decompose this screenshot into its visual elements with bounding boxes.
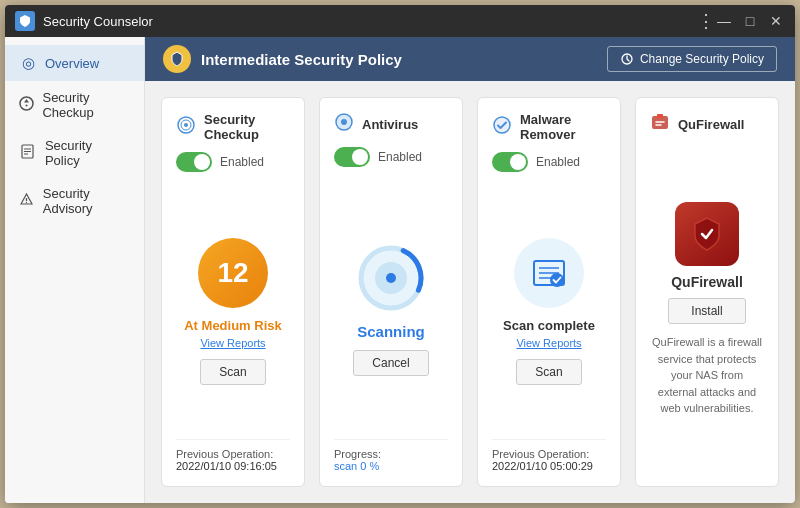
maximize-button[interactable]: □	[741, 13, 759, 29]
change-policy-label: Change Security Policy	[640, 52, 764, 66]
minimize-button[interactable]: —	[715, 13, 733, 29]
antivirus-cancel-button[interactable]: Cancel	[353, 350, 428, 376]
qufirewall-description: QuFirewall is a firewall service that pr…	[650, 334, 764, 417]
change-policy-button[interactable]: Change Security Policy	[607, 46, 777, 72]
qufirewall-card-icon	[650, 112, 670, 137]
antivirus-footer-value: scan 0 %	[334, 460, 379, 472]
malware-remover-scan-button[interactable]: Scan	[516, 359, 581, 385]
malware-remover-center: Scan complete View Reports Scan	[492, 184, 606, 439]
malware-remover-card: Malware Remover Enabled	[477, 97, 621, 487]
svg-point-18	[386, 273, 396, 283]
security-checkup-title: Security Checkup	[204, 112, 290, 142]
policy-icon	[163, 45, 191, 73]
security-advisory-icon	[19, 192, 35, 210]
titlebar-title: Security Counselor	[43, 14, 697, 29]
qufirewall-logo	[675, 202, 739, 266]
security-checkup-view-reports[interactable]: View Reports	[200, 337, 265, 349]
cards-area: Security Checkup Enabled 12 At Medium Ri…	[145, 81, 795, 503]
antivirus-footer-label: Progress:	[334, 448, 381, 460]
qufirewall-center: QuFirewall Install QuFirewall is a firew…	[650, 147, 764, 472]
sidebar: ◎ Overview Security Checkup	[5, 37, 145, 503]
window-controls: — □ ✕	[715, 13, 785, 29]
svg-point-24	[550, 273, 564, 287]
sidebar-item-overview-label: Overview	[45, 56, 99, 71]
malware-remover-toggle-row: Enabled	[492, 152, 606, 172]
malware-remover-view-reports[interactable]: View Reports	[516, 337, 581, 349]
qufirewall-header: QuFirewall	[650, 112, 764, 137]
security-checkup-enabled-label: Enabled	[220, 155, 264, 169]
policy-bar: Intermediate Security Policy Change Secu…	[145, 37, 795, 81]
sidebar-item-security-policy-label: Security Policy	[45, 138, 130, 168]
close-button[interactable]: ✕	[767, 13, 785, 29]
malware-remover-card-icon	[492, 115, 512, 140]
sidebar-item-security-advisory-label: Security Advisory	[43, 186, 130, 216]
scan-complete-label: Scan complete	[503, 318, 595, 333]
svg-point-19	[494, 117, 510, 133]
malware-remover-header: Malware Remover	[492, 112, 606, 142]
svg-point-14	[341, 119, 347, 125]
qufirewall-title: QuFirewall	[678, 117, 744, 132]
risk-circle: 12	[198, 238, 268, 308]
risk-number: 12	[217, 257, 248, 289]
antivirus-enabled-label: Enabled	[378, 150, 422, 164]
malware-remover-footer-value: 2022/01/10 05:00:29	[492, 460, 593, 472]
security-checkup-footer: Previous Operation: 2022/01/10 09:16:05	[176, 439, 290, 472]
malware-remover-toggle[interactable]	[492, 152, 528, 172]
svg-point-0	[20, 97, 33, 110]
sidebar-item-security-checkup[interactable]: Security Checkup	[5, 81, 144, 129]
main-window: Security Counselor ⋮ — □ ✕ ◎ Overview	[5, 5, 795, 503]
qufirewall-app-name: QuFirewall	[671, 274, 743, 290]
sidebar-item-security-policy[interactable]: Security Policy	[5, 129, 144, 177]
antivirus-footer: Progress: scan 0 %	[334, 439, 448, 472]
titlebar: Security Counselor ⋮ — □ ✕	[5, 5, 795, 37]
antivirus-card: Antivirus Enabled	[319, 97, 463, 487]
titlebar-menu-icon[interactable]: ⋮	[697, 10, 715, 32]
qufirewall-install-button[interactable]: Install	[668, 298, 745, 324]
malware-remover-footer-label: Previous Operation:	[492, 448, 589, 460]
sidebar-item-security-advisory[interactable]: Security Advisory	[5, 177, 144, 225]
security-checkup-card: Security Checkup Enabled 12 At Medium Ri…	[161, 97, 305, 487]
policy-title: Intermediate Security Policy	[201, 51, 607, 68]
security-checkup-card-icon	[176, 115, 196, 140]
sidebar-item-overview[interactable]: ◎ Overview	[5, 45, 144, 81]
main-content: Intermediate Security Policy Change Secu…	[145, 37, 795, 503]
scan-complete-circle	[514, 238, 584, 308]
antivirus-center: Scanning Cancel	[334, 179, 448, 439]
security-checkup-toggle[interactable]	[176, 152, 212, 172]
antivirus-toggle[interactable]	[334, 147, 370, 167]
malware-remover-footer: Previous Operation: 2022/01/10 05:00:29	[492, 439, 606, 472]
svg-point-11	[184, 123, 188, 127]
malware-remover-title: Malware Remover	[520, 112, 606, 142]
antivirus-toggle-row: Enabled	[334, 147, 448, 167]
security-checkup-center: 12 At Medium Risk View Reports Scan	[176, 184, 290, 439]
antivirus-title: Antivirus	[362, 117, 418, 132]
qufirewall-card: QuFirewall QuFirewall Install QuFir	[635, 97, 779, 487]
security-checkup-footer-label: Previous Operation:	[176, 448, 273, 460]
svg-point-1	[26, 105, 28, 107]
overview-icon: ◎	[19, 54, 37, 72]
security-checkup-icon	[19, 96, 34, 114]
svg-point-7	[26, 202, 27, 203]
risk-label: At Medium Risk	[184, 318, 282, 333]
malware-remover-enabled-label: Enabled	[536, 155, 580, 169]
antivirus-scan-animation	[356, 243, 426, 313]
security-policy-icon	[19, 144, 37, 162]
antivirus-card-icon	[334, 112, 354, 137]
sidebar-item-security-checkup-label: Security Checkup	[42, 90, 130, 120]
antivirus-header: Antivirus	[334, 112, 448, 137]
security-checkup-header: Security Checkup	[176, 112, 290, 142]
app-icon	[15, 11, 35, 31]
content-area: ◎ Overview Security Checkup	[5, 37, 795, 503]
security-checkup-toggle-row: Enabled	[176, 152, 290, 172]
scanning-label: Scanning	[357, 323, 425, 340]
security-checkup-footer-value: 2022/01/10 09:16:05	[176, 460, 277, 472]
svg-rect-26	[657, 114, 663, 118]
security-checkup-scan-button[interactable]: Scan	[200, 359, 265, 385]
